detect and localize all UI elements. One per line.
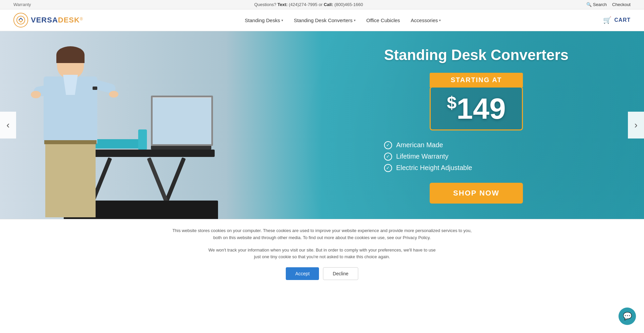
cart-label: CART xyxy=(614,17,631,23)
accept-button[interactable]: Accept xyxy=(286,267,319,280)
nav-standing-desks[interactable]: Standing Desks ▾ xyxy=(245,17,283,23)
nav-office-cubicles[interactable]: Office Cubicles xyxy=(366,17,400,23)
slider-prev-button[interactable]: ‹ xyxy=(0,112,16,138)
price-value: $149 xyxy=(447,92,506,125)
warranty-link[interactable]: Warranty xyxy=(13,2,31,7)
hero-text-block: Standing Desk Converters STARTING AT $14… xyxy=(384,47,569,203)
starting-at-label: STARTING AT xyxy=(430,73,523,87)
slider-next-button[interactable]: › xyxy=(628,112,644,138)
logo-text: VERSADESK® xyxy=(31,16,83,24)
chevron-down-icon: ▾ xyxy=(281,18,283,22)
price-dollar: $ xyxy=(447,93,457,112)
questions-text: Questions? xyxy=(254,2,276,7)
cookie-buttons: Accept Decline xyxy=(13,267,631,280)
feature-american-made: ✓ American Made xyxy=(384,141,569,149)
check-icon-1: ✓ xyxy=(384,141,392,149)
cart-button[interactable]: 🛒 CART xyxy=(603,16,631,24)
person-figure xyxy=(27,41,114,219)
logo-circle xyxy=(13,13,28,27)
nav-standing-desks-label: Standing Desks xyxy=(245,17,280,23)
feature-label-1: American Made xyxy=(396,141,443,149)
search-link[interactable]: 🔍 Search xyxy=(586,2,607,7)
nav-accessories[interactable]: Accessories ▾ xyxy=(411,17,441,23)
hero-title: Standing Desk Converters xyxy=(384,47,569,63)
checkout-link[interactable]: Checkout xyxy=(612,2,631,7)
check-icon-3: ✓ xyxy=(384,164,392,172)
hero-slider: Standing Desk Converters STARTING AT $14… xyxy=(0,31,644,219)
feature-electric: ✓ Electric Height Adjustable xyxy=(384,164,569,172)
chevron-down-icon-3: ▾ xyxy=(439,18,441,22)
top-bar-right: 🔍 Search Checkout xyxy=(586,2,631,7)
logo[interactable]: VERSADESK® xyxy=(13,13,83,27)
decline-button[interactable]: Decline xyxy=(323,267,358,280)
cookie-sub-text: We won't track your information when you… xyxy=(205,247,439,261)
top-bar: Warranty Questions? Text: (424)274-7995 … xyxy=(0,0,644,9)
svg-point-0 xyxy=(17,16,25,24)
or-text: or xyxy=(319,2,324,7)
chevron-down-icon-2: ▾ xyxy=(354,18,356,22)
text-label: Text: xyxy=(277,2,287,7)
search-icon: 🔍 xyxy=(586,2,592,7)
check-icon-2: ✓ xyxy=(384,153,392,161)
call-label: Call: xyxy=(324,2,333,7)
price-badge: STARTING AT $149 xyxy=(430,73,523,130)
price-box: $149 xyxy=(430,87,523,130)
feature-label-3: Electric Height Adjustable xyxy=(396,164,472,172)
search-label: Search xyxy=(593,2,607,7)
call-phone[interactable]: (800)465-1660 xyxy=(334,2,363,7)
nav-accessories-label: Accessories xyxy=(411,17,438,23)
cookie-main-text: This website stores cookies on your comp… xyxy=(171,227,473,241)
cart-icon: 🛒 xyxy=(603,16,612,24)
features-list: ✓ American Made ✓ Lifetime Warranty ✓ El… xyxy=(384,141,569,172)
text-phone[interactable]: (424)274-7995 xyxy=(289,2,317,7)
header: VERSADESK® Standing Desks ▾ Standing Des… xyxy=(0,9,644,31)
main-nav: Standing Desks ▾ Standing Desk Converter… xyxy=(245,17,441,23)
nav-converters-label: Standing Desk Converters xyxy=(294,17,353,23)
shop-now-button[interactable]: SHOP NOW xyxy=(430,183,523,204)
nav-cubicles-label: Office Cubicles xyxy=(366,17,400,23)
contact-info: Questions? Text: (424)274-7995 or Call: … xyxy=(254,2,363,7)
feature-label-2: Lifetime Warranty xyxy=(396,153,448,160)
feature-lifetime-warranty: ✓ Lifetime Warranty xyxy=(384,153,569,161)
cookie-banner: This website stores cookies on your comp… xyxy=(0,219,644,288)
nav-standing-desk-converters[interactable]: Standing Desk Converters ▾ xyxy=(294,17,356,23)
